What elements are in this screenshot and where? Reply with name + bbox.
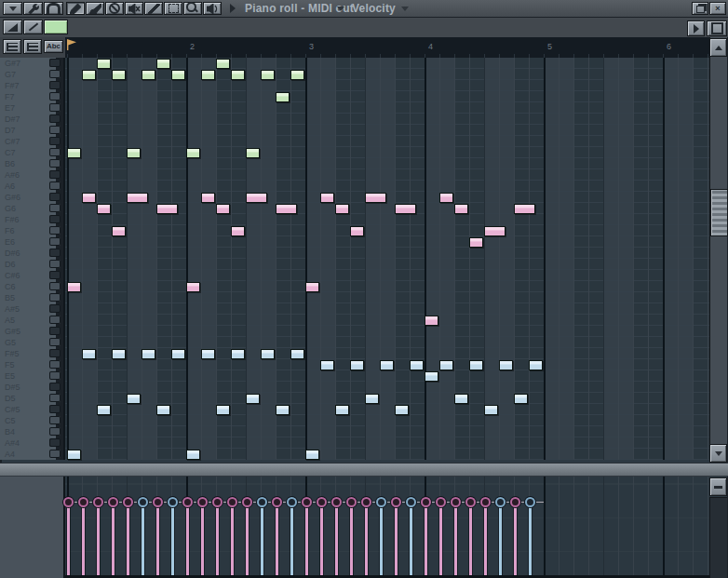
- midi-note-G#7[interactable]: [156, 59, 170, 69]
- tools-button[interactable]: [23, 2, 43, 15]
- piano-key-B5[interactable]: B5: [0, 292, 63, 303]
- velocity-stem[interactable]: [425, 503, 427, 575]
- midi-note-F5[interactable]: [320, 360, 334, 370]
- piano-key-F6[interactable]: F6: [0, 225, 63, 236]
- piano-key-C7[interactable]: C7: [0, 147, 63, 158]
- slice-tool-button[interactable]: [144, 2, 163, 15]
- piano-key-G#5[interactable]: G#5: [0, 326, 63, 337]
- velocity-marker[interactable]: [346, 497, 357, 507]
- midi-note-F5[interactable]: [529, 360, 543, 370]
- velocity-marker[interactable]: [93, 497, 103, 507]
- velocity-marker[interactable]: [123, 497, 133, 507]
- midi-note-C6[interactable]: [186, 282, 200, 292]
- collapse-velocity-button[interactable]: [709, 477, 727, 496]
- velocity-marker[interactable]: [525, 497, 535, 507]
- piano-key-D7[interactable]: D7: [0, 125, 63, 136]
- midi-note-F#5[interactable]: [142, 349, 155, 359]
- velocity-marker[interactable]: [197, 497, 208, 507]
- piano-key-E6[interactable]: E6: [0, 236, 63, 248]
- velocity-marker[interactable]: [451, 497, 461, 507]
- velocity-stem[interactable]: [97, 503, 100, 575]
- midi-note-G7[interactable]: [290, 70, 304, 80]
- piano-key-G#6[interactable]: G#6: [0, 192, 63, 203]
- playhead-flag-icon[interactable]: [67, 39, 76, 50]
- velocity-marker[interactable]: [78, 497, 88, 507]
- velocity-stem[interactable]: [216, 503, 219, 575]
- velocity-stem[interactable]: [231, 503, 234, 575]
- piano-key-B4[interactable]: B4: [0, 426, 63, 437]
- velocity-stem[interactable]: [67, 503, 70, 575]
- slope-tool-button[interactable]: [3, 20, 22, 34]
- midi-note-G6[interactable]: [335, 204, 349, 214]
- midi-note-F#5[interactable]: [112, 349, 126, 359]
- target-dropdown-icon[interactable]: [401, 7, 409, 11]
- vertical-scrollbar[interactable]: [709, 37, 727, 463]
- midi-note-G7[interactable]: [231, 70, 245, 80]
- midi-note-G6[interactable]: [156, 204, 178, 214]
- velocity-marker[interactable]: [108, 497, 118, 507]
- velocity-stem[interactable]: [499, 503, 502, 575]
- snap-button[interactable]: [44, 2, 63, 15]
- brush-tool-button[interactable]: [86, 2, 104, 15]
- playback-tool-button[interactable]: [203, 2, 222, 15]
- piano-key-A6[interactable]: A6: [0, 181, 63, 192]
- velocity-stem[interactable]: [246, 503, 249, 575]
- midi-note-G#6[interactable]: [320, 193, 334, 203]
- velocity-marker[interactable]: [227, 497, 237, 507]
- midi-note-C#5[interactable]: [276, 405, 290, 415]
- velocity-stem[interactable]: [320, 503, 323, 575]
- velocity-marker[interactable]: [138, 497, 148, 507]
- midi-note-G#6[interactable]: [365, 193, 386, 203]
- piano-key-C#7[interactable]: C#7: [0, 136, 63, 147]
- target-selector-label[interactable]: Velocity: [352, 2, 396, 15]
- velocity-stem[interactable]: [290, 503, 293, 575]
- midi-note-F5[interactable]: [469, 360, 483, 370]
- midi-note-D5[interactable]: [246, 394, 260, 404]
- piano-key-D#6[interactable]: D#6: [0, 248, 63, 259]
- velocity-stem[interactable]: [529, 503, 532, 575]
- vertical-scroll-thumb[interactable]: [710, 189, 728, 236]
- piano-key-D6[interactable]: D6: [0, 259, 63, 270]
- midi-note-F6[interactable]: [112, 226, 126, 236]
- note-color-swatch[interactable]: [44, 20, 68, 34]
- midi-note-C#5[interactable]: [395, 405, 409, 415]
- piano-key-E7[interactable]: E7: [0, 102, 63, 114]
- velocity-stem[interactable]: [335, 503, 338, 575]
- midi-note-C7[interactable]: [186, 148, 200, 158]
- mute-tool-button[interactable]: [125, 2, 143, 15]
- midi-note-F#5[interactable]: [171, 349, 185, 359]
- scroll-right-button[interactable]: [687, 20, 705, 36]
- velocity-lane[interactable]: [65, 477, 709, 578]
- midi-note-D5[interactable]: [514, 394, 528, 404]
- midi-note-G6[interactable]: [216, 204, 230, 214]
- midi-note-A4[interactable]: [186, 450, 200, 460]
- key-style-button-1[interactable]: [3, 39, 21, 54]
- titlebar[interactable]: Piano roll - MIDI out Velocity ×: [0, 0, 728, 18]
- midi-note-G6[interactable]: [454, 204, 468, 214]
- midi-note-G7[interactable]: [201, 70, 215, 80]
- midi-note-G#6[interactable]: [127, 193, 148, 203]
- velocity-marker[interactable]: [331, 497, 342, 507]
- title-dropdown-icon[interactable]: [337, 7, 344, 11]
- piano-key-A4[interactable]: A4: [0, 449, 63, 460]
- midi-note-F5[interactable]: [350, 360, 364, 370]
- velocity-marker[interactable]: [376, 497, 386, 507]
- velocity-marker[interactable]: [421, 497, 431, 507]
- scroll-down-button[interactable]: [709, 444, 727, 463]
- velocity-marker[interactable]: [495, 497, 506, 507]
- midi-note-G#7[interactable]: [97, 59, 111, 69]
- midi-note-G#6[interactable]: [201, 193, 215, 203]
- velocity-marker[interactable]: [63, 497, 74, 507]
- piano-key-A#4[interactable]: A#4: [0, 437, 63, 449]
- midi-note-C7[interactable]: [246, 148, 260, 158]
- piano-key-A5[interactable]: A5: [0, 315, 63, 326]
- midi-note-F#5[interactable]: [201, 349, 215, 359]
- piano-key-C#5[interactable]: C#5: [0, 404, 63, 415]
- midi-note-C#5[interactable]: [484, 405, 498, 415]
- midi-note-G7[interactable]: [171, 70, 185, 80]
- pencil-tool-button[interactable]: [66, 2, 85, 15]
- midi-note-F5[interactable]: [410, 360, 424, 370]
- velocity-stem[interactable]: [350, 503, 353, 575]
- velocity-marker[interactable]: [391, 497, 401, 507]
- velocity-marker[interactable]: [212, 497, 222, 507]
